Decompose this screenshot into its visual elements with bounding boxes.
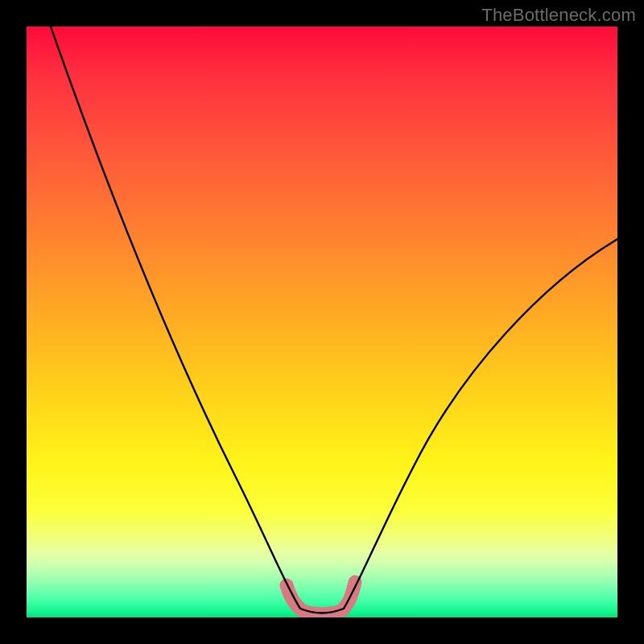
chart-frame: TheBottleneck.com [0, 0, 644, 644]
optimal-band-marker [287, 582, 355, 614]
bottleneck-curve [51, 27, 617, 613]
chart-svg [27, 27, 617, 617]
plot-area [27, 27, 617, 617]
watermark-text: TheBottleneck.com [481, 5, 636, 26]
